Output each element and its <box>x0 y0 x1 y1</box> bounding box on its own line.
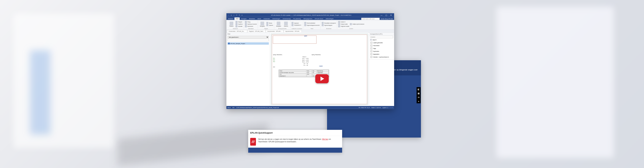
device-icon <box>370 53 372 55</box>
ribbon-tabs: Bestand Start Invoegen Bewerken Beeld On… <box>226 17 394 20</box>
tab-uitbreidingen[interactable]: Uitbreidingen <box>324 18 334 20</box>
properties-button[interactable]: Eigenschappen <box>322 24 336 26</box>
ribbon-search[interactable]: Vertel wat u wilt doen <box>361 18 380 20</box>
subtab-2[interactable]: Pagina's - EPLAN_Sam... <box>247 30 266 32</box>
ref-kd: +KD1.5 <box>302 56 306 57</box>
project-icon <box>228 43 230 44</box>
term-2l3: 2L3 <box>273 61 275 62</box>
term-2l2: 2L2 <box>273 59 275 61</box>
statusbar: Nieuw Edit C:\EPLAN\Masterdata\Platform_… <box>226 106 394 109</box>
fit-button[interactable]: Inpassen <box>292 22 301 24</box>
search-button[interactable]: Zoeken ▾ <box>338 21 349 23</box>
insert-devices[interactable]: Apparaten <box>369 53 394 56</box>
quicksupport-link[interactable]: Klik hier <box>322 138 328 140</box>
eplan-window: ▫ ▯ ▪ ↶ ↷ ▾ EPLAN Electric P8 2024 Updat… <box>226 13 394 109</box>
group-preview-label: Grafische voorbeeld <box>292 28 302 29</box>
qat-new-icon[interactable]: ▫ <box>228 14 230 16</box>
status-coords: RX: 700,67 RY: 62,27 <box>359 107 370 108</box>
next-loc-button[interactable]: Volgende locatie <box>338 25 349 27</box>
tab-cloud[interactable]: EPLAN Cloud <box>314 18 324 20</box>
qat-open-icon[interactable]: ▯ <box>230 14 232 16</box>
sync-button[interactable]: Gelijke synchroniseren <box>350 23 364 25</box>
schematic-canvas[interactable]: -QA2 rijving "Bewerken, rijving "Bewerke… <box>270 33 369 106</box>
tag-icon <box>370 48 372 49</box>
conn-1: 1/L1 — 3/T1 <box>302 58 309 59</box>
tab-onderdeel[interactable]: Onderdeel <box>262 18 271 20</box>
page-navigator-button[interactable]: Navigator <box>259 22 266 27</box>
tab-bestand[interactable]: Bestand <box>227 18 234 20</box>
tab-invoegen[interactable]: Invoegen <box>240 18 248 20</box>
user-label[interactable]: Jernilo Boey EPLAN <box>381 18 393 20</box>
number-button[interactable]: Nummeren <box>245 25 257 27</box>
annot-1: rijving "Bewerken, <box>273 54 282 55</box>
video-play-button[interactable] <box>315 74 329 83</box>
qat-save-icon[interactable]: ▪ <box>233 14 235 16</box>
side-icon-1[interactable]: ◧ <box>416 87 420 91</box>
maximize-button[interactable]: ▢ <box>384 14 388 17</box>
quicksupport-text: Het kan zijn dat we u vragen om mee te m… <box>258 138 340 143</box>
tab-preplanning[interactable]: Pre-planning <box>292 18 302 20</box>
tab-gereedschap[interactable]: Gereedschap <box>282 18 292 20</box>
filter-combo[interactable]: Niet geactiveerd - <box>228 36 269 39</box>
insert-symbols[interactable]: Symbolen <box>369 50 394 53</box>
tab-bewerken[interactable]: Bewerken <box>248 18 256 20</box>
page-new-button[interactable]: Nieuw <box>266 22 273 24</box>
cut-button[interactable]: Knippen <box>236 21 243 23</box>
layout-open-button[interactable]: Openen <box>282 22 289 27</box>
tab-stamgegevens[interactable]: Stamgegevens <box>302 18 314 20</box>
teamviewer-icon: /// <box>250 138 256 146</box>
prev-loc-button[interactable]: Vorige locatie <box>338 23 349 25</box>
tab-verbindingen[interactable]: Verbindingen <box>271 18 282 20</box>
side-icon-3[interactable]: ✉ <box>416 95 420 99</box>
insert-macros[interactable]: Venster- / symboolmacro's <box>369 56 394 59</box>
subtab-1[interactable]: Onderdelen - EPLAN_Sample_Project <box>227 30 247 32</box>
term-2l9: 2L9 <box>273 66 275 68</box>
conn-3: 5/L3 — 6/T3 <box>302 61 309 63</box>
qat-redo-icon[interactable]: ↷ <box>238 14 240 16</box>
insert-tags[interactable]: Tags <box>369 47 394 50</box>
group-bewerken-label: Bewerken <box>322 28 336 29</box>
undo-button[interactable]: Terug <box>245 21 257 23</box>
layout-navigator-button[interactable]: Navigator <box>275 22 282 27</box>
side-icon-4[interactable]: ≡ <box>416 99 420 103</box>
subtab-3[interactable]: Invoercenter - EPLAN ... <box>266 30 284 32</box>
copy-button[interactable]: Kopiëren <box>236 23 243 25</box>
side-icon-2[interactable]: ▦ <box>416 91 420 95</box>
close-button[interactable]: ✕ <box>389 14 393 17</box>
tab-start[interactable]: Start <box>234 18 240 20</box>
paste-button[interactable]: Plakken <box>228 22 235 27</box>
qat-more-icon[interactable]: ▾ <box>241 14 243 16</box>
titlebar: ▫ ▯ ▪ ↶ ↷ ▾ EPLAN Electric P8 2024 Updat… <box>226 13 394 17</box>
window-title: EPLAN Electric P8 2024 Update 1 - C:\EPL… <box>243 14 379 16</box>
tree-project-node[interactable]: EPLAN_Sample_Project <box>228 42 269 45</box>
filter-search[interactable] <box>228 39 269 41</box>
move-button[interactable]: Verplaatsen ▾ <box>292 24 301 26</box>
tab-beeld[interactable]: Beeld <box>256 18 262 20</box>
status-edit[interactable]: Edit <box>232 107 234 108</box>
status-new[interactable]: Nieuw <box>228 107 230 108</box>
home-icon <box>370 39 372 41</box>
group-3d-label: 3D-layoutruimte <box>275 28 289 29</box>
group-tekst-label: Tekst <box>304 28 320 29</box>
qat-undo-icon[interactable]: ↶ <box>236 14 238 16</box>
page-open-button[interactable]: Openen <box>266 24 273 26</box>
insert-favorites[interactable]: Favorieten <box>369 44 394 47</box>
ribbon-body: Plakken Knippen Kopiëren Opmaak Klembord… <box>226 20 394 30</box>
minimize-button[interactable]: — <box>379 14 384 17</box>
insert-recent[interactable]: Laatst gebruikte <box>369 41 394 44</box>
showresults-button[interactable]: Resultaten weergeven <box>322 22 336 24</box>
subtab-4[interactable]: Layoutruimtes - EPLAN... <box>284 30 302 32</box>
format-button[interactable]: Opmaak <box>236 25 243 27</box>
component-label: -QA2 <box>304 35 307 37</box>
conn-4: 13 — 14 <box>304 63 308 64</box>
play-icon <box>320 77 324 81</box>
group-klembord-label: Klembord <box>228 28 243 29</box>
status-scale[interactable]: Logisch 1:1 − ─── + <box>382 107 393 108</box>
insert-start[interactable]: Start ▾ <box>369 39 394 41</box>
pathtext-button[interactable]: Pad-functietekst <box>304 22 320 24</box>
insert-search[interactable] <box>370 36 393 38</box>
quicksupport-card: EPLAN QuickSupport /// Het kan zijn dat … <box>248 130 342 153</box>
propoverview-button[interactable]: Eigenschappenoverzicht <box>304 24 320 26</box>
redo-button[interactable]: Opnieuw invoeren <box>245 23 257 25</box>
conn-5: 21 — 22 <box>304 65 308 66</box>
